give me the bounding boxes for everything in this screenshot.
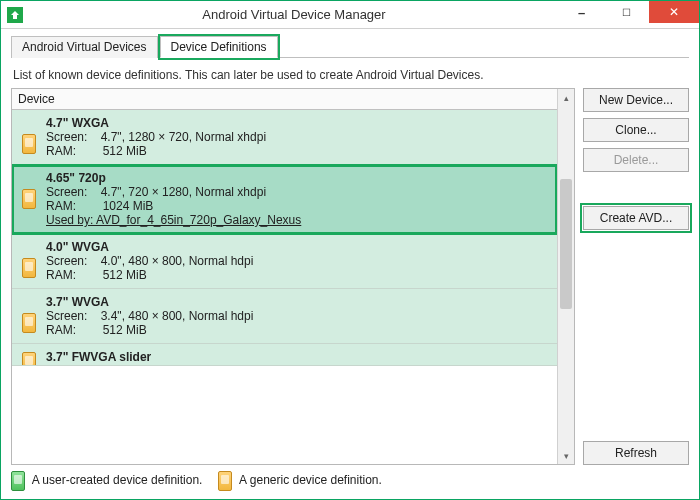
device-icon <box>22 313 36 333</box>
device-icon <box>22 189 36 209</box>
tab-android-virtual-devices[interactable]: Android Virtual Devices <box>11 36 158 58</box>
table-row[interactable]: 4.65" 720p Screen: 4.7", 720 × 1280, Nor… <box>12 165 557 234</box>
device-title: 3.7" FWVGA slider <box>46 350 549 364</box>
main-row: Device 4.7" WXGA Screen: 4.7", 1280 × 72… <box>11 88 689 465</box>
table-row[interactable]: 3.7" FWVGA slider <box>12 344 557 366</box>
tab-device-definitions[interactable]: Device Definitions <box>160 36 278 58</box>
window-buttons <box>559 1 699 28</box>
device-screen: Screen: 3.4", 480 × 800, Normal hdpi <box>46 309 549 323</box>
generic-device-icon <box>218 471 232 491</box>
new-device-button[interactable]: New Device... <box>583 88 689 112</box>
window-frame: Android Virtual Device Manager Android V… <box>0 0 700 500</box>
device-icon <box>22 352 36 366</box>
device-rows: 4.7" WXGA Screen: 4.7", 1280 × 720, Norm… <box>12 110 557 464</box>
legend: A user-created device definition. A gene… <box>11 471 689 491</box>
titlebar: Android Virtual Device Manager <box>1 1 699 29</box>
side-buttons: New Device... Clone... Delete... Create … <box>583 88 689 465</box>
scroll-thumb[interactable] <box>560 179 572 309</box>
refresh-button[interactable]: Refresh <box>583 441 689 465</box>
table-row[interactable]: 4.7" WXGA Screen: 4.7", 1280 × 720, Norm… <box>12 110 557 165</box>
device-title: 3.7" WVGA <box>46 295 549 309</box>
device-ram: RAM: 512 MiB <box>46 268 549 282</box>
device-icon <box>22 258 36 278</box>
delete-button[interactable]: Delete... <box>583 148 689 172</box>
device-icon <box>22 134 36 154</box>
scroll-up-icon[interactable]: ▴ <box>558 89 574 106</box>
tab-bar: Android Virtual Devices Device Definitio… <box>11 35 689 58</box>
device-used-by: Used by: AVD_for_4_65in_720p_Galaxy_Nexu… <box>46 213 549 227</box>
minimize-button[interactable] <box>559 1 604 23</box>
device-screen: Screen: 4.0", 480 × 800, Normal hdpi <box>46 254 549 268</box>
device-ram: RAM: 1024 MiB <box>46 199 549 213</box>
scroll-down-icon[interactable]: ▾ <box>558 447 574 464</box>
table-row[interactable]: 4.0" WVGA Screen: 4.0", 480 × 800, Norma… <box>12 234 557 289</box>
device-screen: Screen: 4.7", 1280 × 720, Normal xhdpi <box>46 130 549 144</box>
device-title: 4.65" 720p <box>46 171 549 185</box>
device-screen: Screen: 4.7", 720 × 1280, Normal xhdpi <box>46 185 549 199</box>
device-title: 4.7" WXGA <box>46 116 549 130</box>
column-header-device[interactable]: Device <box>12 89 557 110</box>
app-icon <box>7 7 23 23</box>
device-ram: RAM: 512 MiB <box>46 144 549 158</box>
description-text: List of known device definitions. This c… <box>13 68 689 82</box>
vertical-scrollbar[interactable]: ▴ ▾ <box>557 89 574 464</box>
maximize-button[interactable] <box>604 1 649 23</box>
client-area: Android Virtual Devices Device Definitio… <box>1 29 699 499</box>
device-title: 4.0" WVGA <box>46 240 549 254</box>
window-title: Android Virtual Device Manager <box>29 7 559 22</box>
user-device-icon <box>11 471 25 491</box>
device-ram: RAM: 512 MiB <box>46 323 549 337</box>
device-list: Device 4.7" WXGA Screen: 4.7", 1280 × 72… <box>11 88 575 465</box>
close-button[interactable] <box>649 1 699 23</box>
clone-button[interactable]: Clone... <box>583 118 689 142</box>
legend-generic: A generic device definition. <box>218 471 381 491</box>
table-row[interactable]: 3.7" WVGA Screen: 3.4", 480 × 800, Norma… <box>12 289 557 344</box>
legend-user-text: A user-created device definition. <box>32 473 203 487</box>
create-avd-button[interactable]: Create AVD... <box>583 206 689 230</box>
legend-generic-text: A generic device definition. <box>239 473 382 487</box>
legend-user: A user-created device definition. <box>11 471 202 491</box>
